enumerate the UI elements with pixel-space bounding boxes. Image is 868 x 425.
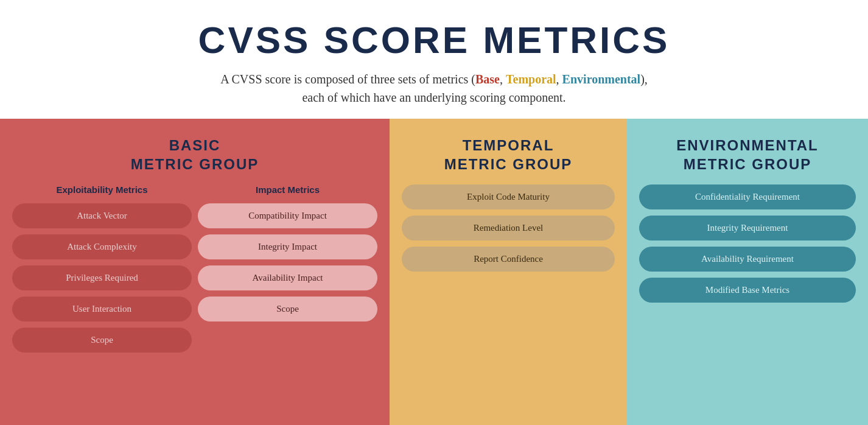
impact-label: Impact Metrics — [256, 184, 320, 195]
list-item: Exploit Code Maturity — [402, 184, 615, 209]
col-environmental: ENVIRONMENTAL METRIC GROUP Confidentiali… — [627, 119, 868, 425]
list-item: Attack Vector — [12, 203, 192, 228]
list-item: Privileges Required — [12, 265, 192, 290]
list-item: Scope — [198, 297, 377, 321]
basic-title: BASIC METRIC GROUP — [131, 136, 259, 174]
col-temporal: TEMPORAL METRIC GROUP Exploit Code Matur… — [390, 119, 627, 425]
subtitle: A CVSS score is composed of three sets o… — [24, 70, 844, 107]
page-title: CVSS SCORE METRICS — [24, 18, 844, 61]
list-item: Compatibility Impact — [198, 203, 377, 228]
col-basic: BASIC METRIC GROUP Exploitability Metric… — [0, 119, 390, 425]
columns-wrapper: BASIC METRIC GROUP Exploitability Metric… — [0, 119, 868, 425]
list-item: Scope — [12, 328, 192, 353]
subtitle-base: Base — [475, 72, 500, 86]
subtitle-line2: each of which have an underlying scoring… — [302, 91, 565, 104]
subtitle-after: ), — [640, 72, 648, 86]
header-section: CVSS SCORE METRICS A CVSS score is compo… — [0, 0, 868, 119]
list-item: Integrity Requirement — [639, 216, 856, 241]
environmental-title: ENVIRONMENTAL METRIC GROUP — [676, 136, 819, 174]
subtitle-comma1: , — [500, 72, 506, 86]
environmental-pills: Confidentiality Requirement Integrity Re… — [639, 184, 856, 425]
list-item: Remediation Level — [402, 216, 615, 241]
exploitability-label: Exploitability Metrics — [56, 184, 147, 195]
subtitle-environmental: Environmental — [562, 72, 641, 86]
list-item: Availability Requirement — [639, 247, 856, 272]
impact-col: Impact Metrics Compatibility Impact Inte… — [198, 184, 377, 425]
list-item: Confidentiality Requirement — [639, 184, 856, 209]
subtitle-comma2: , — [556, 72, 562, 86]
exploitability-col: Exploitability Metrics Attack Vector Att… — [12, 184, 192, 425]
list-item: Report Confidence — [402, 247, 615, 272]
temporal-pills: Exploit Code Maturity Remediation Level … — [402, 184, 615, 425]
list-item: User Interaction — [12, 297, 192, 321]
list-item: Integrity Impact — [198, 234, 377, 259]
basic-inner: Exploitability Metrics Attack Vector Att… — [12, 184, 377, 425]
temporal-title: TEMPORAL METRIC GROUP — [444, 136, 573, 174]
subtitle-before: A CVSS score is composed of three sets o… — [220, 72, 475, 86]
list-item: Attack Complexity — [12, 234, 192, 259]
list-item: Availability Impact — [198, 265, 377, 290]
list-item: Modified Base Metrics — [639, 278, 856, 303]
subtitle-temporal: Temporal — [506, 72, 556, 86]
